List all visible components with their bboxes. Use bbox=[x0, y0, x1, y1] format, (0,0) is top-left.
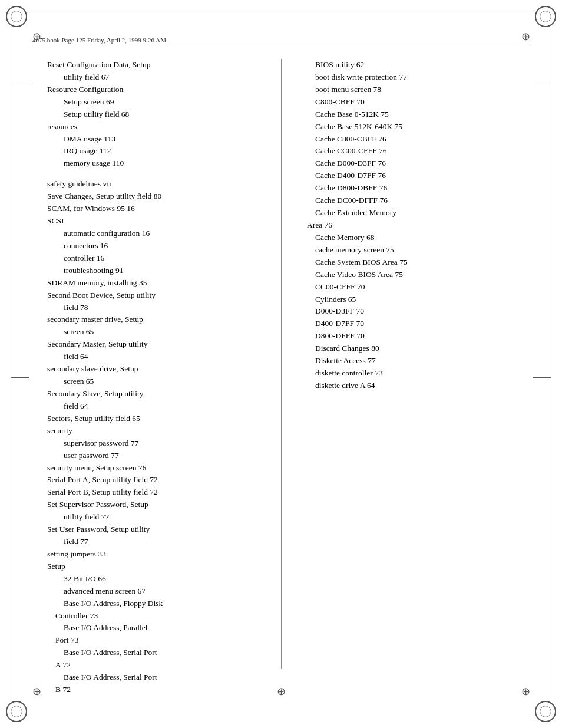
index-entry-indent: Cylinders 65 bbox=[299, 294, 515, 306]
index-entry-indent: C800-CBFF 70 bbox=[299, 96, 515, 108]
index-entry-indent: user password 77 bbox=[47, 450, 263, 462]
index-entry-indent: Cache Extended Memory bbox=[299, 207, 515, 219]
index-entry-main: resources bbox=[47, 121, 263, 133]
index-entry-indent: Cache C800-CBFF 76 bbox=[299, 133, 515, 146]
index-entry-indent: D400-D7FF 70 bbox=[299, 318, 515, 330]
index-entry-indent: Cache DC00-DFFF 76 bbox=[299, 195, 515, 207]
index-entry-indent: field 64 bbox=[47, 351, 263, 363]
index-entry-indent: DMA usage 113 bbox=[47, 133, 263, 146]
index-entry-indent2: Port 73 bbox=[47, 634, 263, 647]
index-entry-main: Set User Password, Setup utility bbox=[47, 523, 263, 536]
index-entry-indent: automatic configuration 16 bbox=[47, 228, 263, 240]
index-entry-main: Resource Configuration bbox=[47, 84, 263, 96]
index-entry-indent2: A 72 bbox=[47, 659, 263, 671]
tick-mid-right bbox=[533, 377, 551, 378]
index-entry-indent: troubleshooting 91 bbox=[47, 265, 263, 277]
crosshair-top-left bbox=[29, 29, 44, 44]
index-entry-indent: Discard Changes 80 bbox=[299, 342, 515, 355]
index-entry-main: Secondary Slave, Setup utility bbox=[47, 388, 263, 400]
index-entry-main: Second Boot Device, Setup utility bbox=[47, 289, 263, 302]
index-entry-indent: D000-D3FF 70 bbox=[299, 305, 515, 318]
index-entry-main: SCAM, for Windows 95 16 bbox=[47, 203, 263, 215]
index-entry-indent: Diskette Access 77 bbox=[299, 355, 515, 367]
index-entry-main: Sectors, Setup utility field 65 bbox=[47, 413, 263, 425]
index-entry-indent: Cache D400-D7FF 76 bbox=[299, 170, 515, 182]
index-entry-indent: BIOS utility 62 bbox=[299, 59, 515, 71]
index-entry-indent: boot menu screen 78 bbox=[299, 84, 515, 96]
index-entry-indent: memory usage 110 bbox=[47, 157, 263, 170]
index-entry-indent: CC00-CFFF 70 bbox=[299, 281, 515, 294]
right-column: BIOS utility 62boot disk write protectio… bbox=[281, 59, 515, 669]
tick-top-left bbox=[11, 83, 29, 83]
crosshair-top-right bbox=[518, 29, 533, 44]
index-entry-indent: Base I/O Address, Parallel bbox=[47, 622, 263, 634]
crosshair-bottom-right bbox=[518, 684, 533, 699]
index-entry-indent: Cache Base 512K-640K 75 bbox=[299, 121, 515, 133]
tick-top-right bbox=[533, 83, 551, 83]
index-entry-indent: diskette drive A 64 bbox=[299, 380, 515, 392]
index-entry-indent: screen 65 bbox=[47, 375, 263, 388]
index-entry-indent: utility field 67 bbox=[47, 71, 263, 84]
index-entry-indent2: B 72 bbox=[47, 684, 263, 696]
index-entry-indent: field 64 bbox=[47, 400, 263, 413]
index-entry-indent: controller 16 bbox=[47, 252, 263, 265]
index-entry-indent: diskette controller 73 bbox=[299, 367, 515, 380]
index-entry-indent: Cache Memory 68 bbox=[299, 232, 515, 244]
index-entry-indent: IRQ usage 112 bbox=[47, 145, 263, 157]
index-entry-indent: Cache D800-DBFF 76 bbox=[299, 182, 515, 195]
main-content: Reset Configuration Data, Setuputility f… bbox=[47, 59, 515, 669]
index-entry-main: safety guidelines vii bbox=[47, 178, 263, 190]
index-entry-main: Serial Port A, Setup utility field 72 bbox=[47, 474, 263, 486]
index-entry-indent: Base I/O Address, Serial Port bbox=[47, 671, 263, 684]
index-entry-main: SCSI bbox=[47, 215, 263, 228]
index-entry-indent: 32 Bit I/O 66 bbox=[47, 573, 263, 585]
index-entry-main: secondary master drive, Setup bbox=[47, 314, 263, 326]
index-entry-main: Serial Port B, Setup utility field 72 bbox=[47, 486, 263, 499]
index-entry-indent: Base I/O Address, Floppy Disk bbox=[47, 598, 263, 610]
header-text: 4075.book Page 125 Friday, April 2, 1999… bbox=[32, 37, 166, 44]
index-entry-main: security menu, Setup screen 76 bbox=[47, 462, 263, 475]
index-entry-main: Set Supervisor Password, Setup bbox=[47, 499, 263, 511]
crosshair-bottom-center bbox=[274, 684, 288, 699]
index-entry-main: Setup bbox=[47, 561, 263, 573]
index-entry-indent: field 77 bbox=[47, 536, 263, 548]
index-entry-main: secondary slave drive, Setup bbox=[47, 363, 263, 375]
index-entry-indent: cache memory screen 75 bbox=[299, 244, 515, 256]
index-entry-indent: Cache System BIOS Area 75 bbox=[299, 256, 515, 269]
index-entry-main: Reset Configuration Data, Setup bbox=[47, 59, 263, 71]
index-entry-indent: Cache D000-D3FF 76 bbox=[299, 157, 515, 170]
index-entry-indent: Setup screen 69 bbox=[47, 96, 263, 108]
index-entry-indent: boot disk write protection 77 bbox=[299, 71, 515, 84]
index-entry-indent: advanced menu screen 67 bbox=[47, 585, 263, 598]
index-entry-main: setting jumpers 33 bbox=[47, 548, 263, 561]
index-entry-indent: supervisor password 77 bbox=[47, 437, 263, 450]
index-entry-indent2: Area 76 bbox=[299, 219, 515, 232]
index-entry-indent: Cache Base 0-512K 75 bbox=[299, 108, 515, 121]
spacer bbox=[47, 170, 263, 178]
index-entry-indent: Base I/O Address, Serial Port bbox=[47, 647, 263, 659]
index-entry-indent: field 78 bbox=[47, 302, 263, 314]
index-entry-main: security bbox=[47, 425, 263, 437]
index-entry-main: Save Changes, Setup utility field 80 bbox=[47, 190, 263, 203]
index-entry-indent: Setup utility field 68 bbox=[47, 108, 263, 121]
crosshair-bottom-left bbox=[29, 684, 44, 699]
index-entry-indent: Cache CC00-CFFF 76 bbox=[299, 145, 515, 157]
index-entry-indent: screen 65 bbox=[47, 326, 263, 338]
index-entry-main: SDRAM memory, installing 35 bbox=[47, 277, 263, 289]
tick-mid-left bbox=[11, 377, 29, 378]
index-entry-indent: utility field 77 bbox=[47, 511, 263, 523]
index-entry-indent: Cache Video BIOS Area 75 bbox=[299, 269, 515, 281]
left-column: Reset Configuration Data, Setuputility f… bbox=[47, 59, 281, 669]
header-line: 4075.book Page 125 Friday, April 2, 1999… bbox=[32, 37, 530, 45]
index-entry-indent: D800-DFFF 70 bbox=[299, 330, 515, 342]
index-entry-main: Secondary Master, Setup utility bbox=[47, 338, 263, 351]
index-entry-indent: connectors 16 bbox=[47, 240, 263, 252]
index-entry-indent2: Controller 73 bbox=[47, 610, 263, 622]
